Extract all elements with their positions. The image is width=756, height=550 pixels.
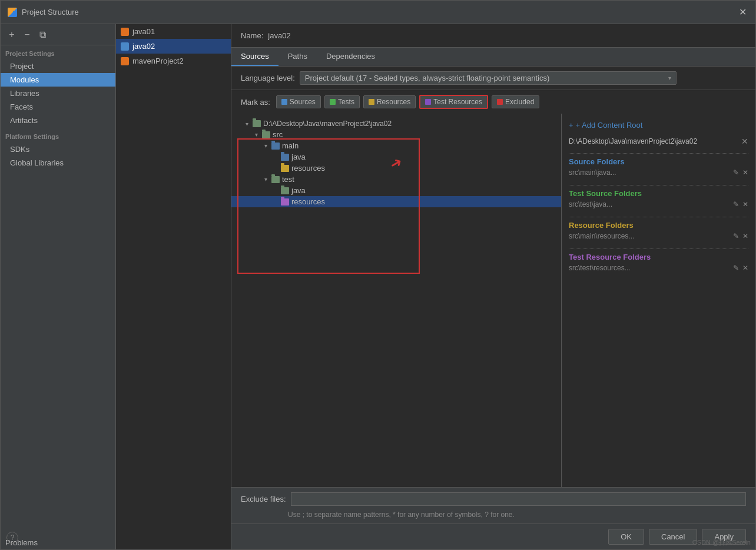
- mark-excluded-label: Excluded: [505, 98, 534, 106]
- test-source-folders-value: src\test\java... ✎ ✕: [569, 200, 748, 208]
- language-level-dropdown[interactable]: Project default (17 - Sealed types, alwa…: [300, 71, 677, 85]
- divider-3: [569, 217, 748, 217]
- cancel-button[interactable]: Cancel: [649, 529, 697, 545]
- tree-label-java-test: java: [291, 186, 306, 195]
- module-label-mavenproject2: mavenProject2: [132, 57, 184, 65]
- remove-content-root-button[interactable]: ✕: [741, 137, 748, 146]
- module-name-value: java02: [268, 31, 290, 40]
- tree-label-test: test: [282, 175, 294, 184]
- dialog-title: Project Structure: [22, 8, 737, 16]
- tree-node-test[interactable]: ▾ test: [231, 174, 561, 185]
- excluded-icon: [497, 99, 503, 105]
- info-panel: + + Add Content Root D:\ADesktop\Java\ma…: [561, 114, 755, 487]
- toggle-main[interactable]: ▾: [262, 143, 269, 150]
- mark-sources-button[interactable]: Sources: [276, 95, 321, 108]
- tree-label-resources-main: resources: [291, 164, 325, 173]
- copy-button[interactable]: ⧉: [36, 28, 49, 41]
- source-folders-path: src\main\java...: [569, 168, 616, 177]
- resource-folders-actions: ✎ ✕: [733, 232, 748, 240]
- help-button[interactable]: ?: [6, 532, 18, 544]
- exclude-files-label: Exclude files:: [241, 495, 286, 503]
- sidebar-item-artifacts[interactable]: Artifacts: [1, 114, 115, 127]
- sidebar-item-facets[interactable]: Facets: [1, 100, 115, 114]
- source-folders-value: src\main\java... ✎ ✕: [569, 168, 748, 177]
- tree-label-java-main: java: [291, 153, 306, 161]
- remove-source-folders-button[interactable]: ✕: [742, 168, 748, 177]
- app-icon: [8, 8, 17, 17]
- mark-sources-label: Sources: [290, 98, 316, 106]
- dropdown-arrow-icon: ▾: [668, 75, 671, 81]
- tree-node-resources-test[interactable]: resources: [231, 196, 561, 207]
- mark-test-resources-button[interactable]: Test Resources: [419, 95, 488, 109]
- title-bar: Project Structure ✕: [1, 1, 755, 24]
- sidebar-toolbar: + − ⧉: [1, 24, 115, 45]
- language-level-label: Language level:: [241, 74, 295, 82]
- tree-node-src[interactable]: ▾ src: [231, 129, 561, 140]
- remove-test-source-folders-button[interactable]: ✕: [742, 200, 748, 208]
- module-item-java01[interactable]: java01: [116, 24, 231, 39]
- edit-resource-folders-button[interactable]: ✎: [733, 232, 739, 240]
- sidebar-item-project[interactable]: Project: [1, 59, 115, 73]
- sidebar-item-libraries[interactable]: Libraries: [1, 87, 115, 100]
- sidebar-item-modules[interactable]: Modules: [1, 73, 115, 87]
- remove-test-resource-folders-button[interactable]: ✕: [742, 264, 748, 272]
- module-item-mavenprojct2[interactable]: mavenProject2: [116, 54, 231, 68]
- resource-folders-section: Resource Folders src\main\resources... ✎…: [569, 221, 748, 240]
- module-item-java02[interactable]: java02: [116, 39, 231, 54]
- source-folders-actions: ✎ ✕: [733, 168, 748, 177]
- tree-node-java-test[interactable]: java: [231, 185, 561, 196]
- divider-1: [569, 153, 748, 154]
- tree-node-root[interactable]: ▾ D:\ADesktop\Java\mavenProject2\java02: [231, 118, 561, 129]
- name-row: Name: java02: [231, 24, 755, 48]
- ok-button[interactable]: OK: [608, 529, 644, 545]
- sidebar-item-global-libraries[interactable]: Global Libraries: [1, 156, 115, 170]
- toggle-src[interactable]: ▾: [253, 131, 260, 138]
- tree-info-area: ➜ ▾ D:\ADesktop\Java\mavenProject2\java0…: [231, 114, 755, 487]
- toggle-java-test: [271, 187, 278, 194]
- testres-icon: [425, 99, 431, 105]
- tab-dependencies[interactable]: Dependencies: [317, 48, 384, 66]
- toggle-java-main: [271, 154, 278, 161]
- project-structure-dialog: Project Structure ✕ + − ⧉ Project Settin…: [0, 0, 756, 550]
- mark-excluded-button[interactable]: Excluded: [492, 95, 539, 108]
- mark-tests-button[interactable]: Tests: [324, 95, 360, 108]
- tree-node-main[interactable]: ▾ main: [231, 140, 561, 151]
- remove-resource-folders-button[interactable]: ✕: [742, 232, 748, 240]
- test-resource-folders-value: src\test\resources... ✎ ✕: [569, 264, 748, 272]
- add-content-root-button[interactable]: + + Add Content Root: [569, 121, 748, 130]
- mark-resources-button[interactable]: Resources: [363, 95, 416, 108]
- exclude-files-input[interactable]: [291, 492, 746, 506]
- edit-source-folders-button[interactable]: ✎: [733, 168, 739, 177]
- sidebar-item-sdks[interactable]: SDKs: [1, 143, 115, 156]
- mark-resources-label: Resources: [377, 98, 410, 106]
- sidebar: + − ⧉ Project Settings Project Modules L…: [1, 24, 116, 549]
- project-settings-label: Project Settings: [1, 45, 115, 59]
- test-source-folders-path: src\test\java...: [569, 200, 612, 208]
- tab-sources[interactable]: Sources: [231, 48, 278, 66]
- tabs-bar: Sources Paths Dependencies: [231, 48, 755, 67]
- folder-icon-src: [262, 131, 270, 138]
- toggle-root[interactable]: ▾: [243, 120, 250, 127]
- folder-icon-resources-test: [281, 198, 289, 206]
- test-resource-folders-actions: ✎ ✕: [733, 264, 748, 272]
- source-folders-section: Source Folders src\main\java... ✎ ✕: [569, 157, 748, 177]
- remove-button[interactable]: −: [21, 28, 34, 41]
- language-level-value: Project default (17 - Sealed types, alwa…: [305, 74, 549, 82]
- test-source-folders-actions: ✎ ✕: [733, 200, 748, 208]
- close-button[interactable]: ✕: [737, 6, 748, 18]
- toggle-test[interactable]: ▾: [262, 176, 269, 183]
- tree-node-java-main[interactable]: java: [231, 151, 561, 163]
- edit-test-source-folders-button[interactable]: ✎: [733, 200, 739, 208]
- add-button[interactable]: +: [5, 28, 18, 41]
- resources-icon: [369, 99, 374, 105]
- info-path-row: D:\ADesktop\Java\mavenProject2\java02 ✕: [569, 137, 748, 146]
- add-icon: +: [569, 121, 573, 130]
- exclude-row: Exclude files:: [241, 492, 746, 506]
- resource-folders-value: src\main\resources... ✎ ✕: [569, 232, 748, 240]
- tree-node-resources-main[interactable]: resources: [231, 163, 561, 174]
- name-label: Name:: [241, 31, 263, 40]
- resource-folders-title: Resource Folders: [569, 221, 748, 230]
- tab-paths[interactable]: Paths: [278, 48, 317, 66]
- tree-area: ➜ ▾ D:\ADesktop\Java\mavenProject2\java0…: [231, 114, 561, 487]
- edit-test-resource-folders-button[interactable]: ✎: [733, 264, 739, 272]
